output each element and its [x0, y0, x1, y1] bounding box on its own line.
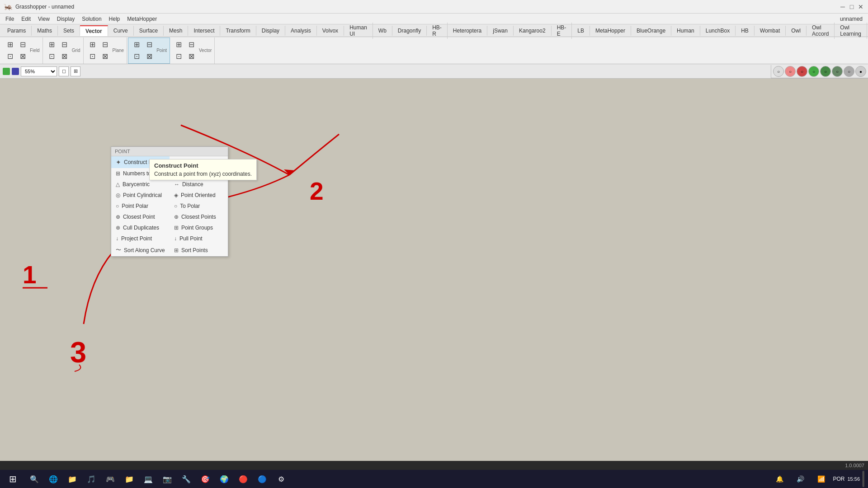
- taskbar-app8[interactable]: ⚙: [272, 471, 290, 487]
- toolbar-btn-2[interactable]: ⊡: [4, 51, 16, 62]
- toolbar-btn-plane-4[interactable]: ⊠: [99, 51, 112, 62]
- render-btn-6[interactable]: ○: [832, 66, 843, 77]
- tab-intersect[interactable]: Intersect: [188, 26, 220, 36]
- menu-edit[interactable]: Edit: [18, 15, 34, 23]
- toolbar-btn-4[interactable]: ⊠: [16, 51, 29, 62]
- dropdown-item-barycentric[interactable]: △ Barycentric: [111, 179, 170, 190]
- start-button[interactable]: ⊞: [4, 471, 22, 487]
- toolbar-btn-plane-1[interactable]: ⊞: [86, 39, 99, 51]
- close-button[interactable]: ✕: [857, 3, 864, 10]
- dropdown-item-sort-along-curve[interactable]: 〜 Sort Along Curve: [111, 244, 170, 256]
- taskbar-notifications[interactable]: 🔔: [770, 471, 788, 487]
- toolbar-btn-plane-3[interactable]: ⊟: [99, 39, 112, 51]
- fit-to-view-button[interactable]: ◻: [59, 66, 69, 76]
- toolbar-btn-grid-2[interactable]: ⊡: [46, 51, 58, 62]
- menu-metahopper[interactable]: MetaHopper: [123, 15, 160, 23]
- menu-solution[interactable]: Solution: [78, 15, 105, 23]
- toolbar-btn-point-3[interactable]: ⊟: [143, 39, 156, 51]
- taskbar-vscode[interactable]: 💻: [139, 471, 157, 487]
- tab-metahopper2[interactable]: MetaHopper: [590, 26, 631, 36]
- tab-human[interactable]: Human: [671, 26, 700, 36]
- taskbar-app4[interactable]: 🔧: [177, 471, 195, 487]
- dropdown-item-point-oriented[interactable]: ◈ Point Oriented: [170, 190, 228, 201]
- minimize-button[interactable]: ─: [839, 3, 846, 10]
- render-btn-4[interactable]: ○: [808, 66, 819, 77]
- maximize-button[interactable]: □: [848, 3, 855, 10]
- indicator-green[interactable]: [3, 68, 10, 75]
- dropdown-item-project-point[interactable]: ↓ Project Point: [111, 233, 170, 244]
- taskbar-app3[interactable]: 📷: [158, 471, 176, 487]
- tab-hbr[interactable]: HB-R: [427, 23, 448, 39]
- menu-help[interactable]: Help: [105, 15, 124, 23]
- tab-kangaroo2[interactable]: Kangaroo2: [514, 26, 552, 36]
- taskbar-autocad[interactable]: 🔴: [234, 471, 252, 487]
- dropdown-item-pull-point[interactable]: ↓ Pull Point: [170, 233, 228, 244]
- render-btn-5[interactable]: ○: [820, 66, 831, 77]
- tab-lunchbox[interactable]: LunchBox: [700, 26, 736, 36]
- taskbar-app5[interactable]: 🎯: [196, 471, 214, 487]
- render-btn-7[interactable]: ○: [844, 66, 854, 77]
- tab-curve[interactable]: Curve: [108, 26, 134, 36]
- toolbar-btn-grid-4[interactable]: ⊠: [58, 51, 71, 62]
- dropdown-item-cull-duplicates[interactable]: ⊗ Cull Duplicates: [111, 222, 170, 233]
- tab-volvox[interactable]: Volvox: [317, 26, 344, 36]
- tab-hbe[interactable]: HB-E: [552, 23, 572, 39]
- zoom-select[interactable]: 55% 25% 50% 75% 100% 150% 200%: [21, 66, 57, 76]
- dropdown-item-point-groups[interactable]: ⊞ Point Groups: [170, 222, 228, 233]
- toolbar-btn-vector-3[interactable]: ⊟: [185, 39, 198, 51]
- dropdown-item-closest-points[interactable]: ⊕ Closest Points: [170, 211, 228, 222]
- align-button[interactable]: ⊞: [71, 66, 80, 76]
- toolbar-btn-plane-2[interactable]: ⊡: [86, 51, 99, 62]
- render-btn-3[interactable]: ○: [797, 66, 807, 77]
- dropdown-item-sort-points[interactable]: ⊞ Sort Points: [170, 245, 228, 256]
- dropdown-item-to-polar[interactable]: ○ To Polar: [170, 201, 228, 211]
- tab-wb[interactable]: Wb: [373, 26, 392, 36]
- taskbar-app2[interactable]: 📁: [120, 471, 138, 487]
- tab-owl[interactable]: Owl: [786, 26, 807, 36]
- toolbar-btn-vector-4[interactable]: ⊠: [185, 51, 198, 62]
- render-btn-2[interactable]: ○: [785, 66, 796, 77]
- taskbar-edge[interactable]: 🌐: [44, 471, 62, 487]
- tab-humanui[interactable]: Human UI: [344, 23, 373, 39]
- toolbar-btn-vector-2[interactable]: ⊡: [173, 51, 185, 62]
- tab-hb[interactable]: HB: [736, 26, 755, 36]
- taskbar-explorer[interactable]: 📁: [63, 471, 81, 487]
- dropdown-item-point-polar[interactable]: ○ Point Polar: [111, 201, 170, 211]
- canvas[interactable]: 2 1 3 POINT ✦ Construct Point ✧: [0, 79, 868, 470]
- taskbar-search[interactable]: 🔍: [25, 471, 43, 487]
- taskbar-volume[interactable]: 🔊: [791, 471, 809, 487]
- tab-lb[interactable]: LB: [572, 26, 590, 36]
- tab-blueorange[interactable]: BlueOrange: [631, 26, 671, 36]
- render-btn-1[interactable]: ○: [773, 66, 784, 77]
- tab-sets[interactable]: Sets: [58, 26, 80, 36]
- menu-display[interactable]: Display: [53, 15, 78, 23]
- dropdown-item-distance[interactable]: ↔ Distance: [170, 179, 228, 190]
- tab-jswan[interactable]: jSwan: [487, 26, 514, 36]
- toolbar-btn-point-1[interactable]: ⊞: [130, 39, 143, 51]
- tab-params[interactable]: Params: [2, 26, 32, 36]
- taskbar-app7[interactable]: 🔵: [253, 471, 271, 487]
- toolbar-btn-grid-3[interactable]: ⊟: [58, 39, 71, 51]
- dropdown-item-closest-point[interactable]: ⊕ Closest Point: [111, 211, 170, 222]
- tab-dragonfly[interactable]: Dragonfly: [392, 26, 427, 36]
- toolbar-btn-point-2[interactable]: ⊡: [130, 51, 143, 62]
- menu-view[interactable]: View: [34, 15, 53, 23]
- tab-owllearning[interactable]: Owl Learning: [835, 23, 867, 39]
- title-bar-controls[interactable]: ─ □ ✕: [839, 3, 864, 10]
- tab-owlaccord[interactable]: Owl Accord: [807, 23, 835, 39]
- taskbar-spotify[interactable]: 🎵: [82, 471, 100, 487]
- render-btn-8[interactable]: ●: [855, 66, 866, 77]
- taskbar-app1[interactable]: 🎮: [101, 471, 119, 487]
- toolbar-btn-vector-1[interactable]: ⊞: [173, 39, 185, 51]
- tab-display[interactable]: Display: [256, 26, 285, 36]
- toolbar-btn-3[interactable]: ⊟: [16, 39, 29, 51]
- tab-surface[interactable]: Surface: [134, 26, 164, 36]
- show-desktop-button[interactable]: [863, 471, 864, 487]
- tab-analysis[interactable]: Analysis: [285, 26, 317, 36]
- toolbar-btn-point-4[interactable]: ⊠: [143, 51, 156, 62]
- tab-transform[interactable]: Transform: [220, 26, 256, 36]
- menu-file[interactable]: File: [2, 15, 18, 23]
- tab-maths[interactable]: Maths: [32, 26, 58, 36]
- taskbar-wifi[interactable]: 📶: [812, 471, 830, 487]
- tab-vector[interactable]: Vector: [80, 25, 108, 36]
